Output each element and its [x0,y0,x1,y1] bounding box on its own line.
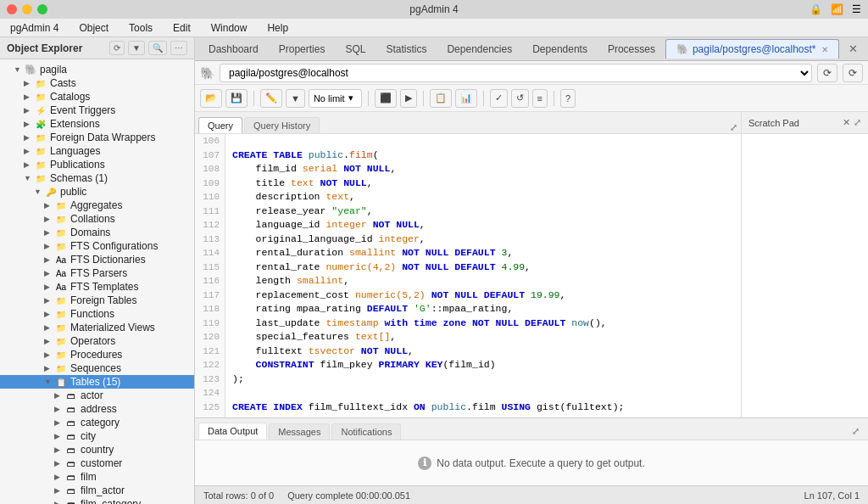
sidebar-item-customer[interactable]: ▶ 🗃 customer [0,456,194,470]
close-button[interactable] [7,4,17,14]
sidebar-item-fts-dict[interactable]: ▶ Aa FTS Dictionaries [0,253,194,266]
scratch-pad-expand-btn[interactable]: ⤢ [854,117,861,128]
format-btn[interactable]: ≡ [532,89,548,108]
sidebar-item-label: Tables (15) [70,376,120,388]
sidebar-item-tables[interactable]: ▼ 📋 Tables (15) [0,375,194,389]
expand-data-btn[interactable]: ⤢ [847,423,865,440]
stop-btn[interactable]: ⬛ [375,89,397,108]
menu-pgadmin[interactable]: pgAdmin 4 [7,20,62,36]
tab-processes[interactable]: Processes [598,40,665,59]
sidebar-filter-btn[interactable]: ▼ [128,41,145,55]
query-tab-bar: Query Query History ⤢ [195,112,741,134]
sidebar-item-fts-config[interactable]: ▶ 📁 FTS Configurations [0,239,194,253]
tab-dependents[interactable]: Dependents [522,40,598,59]
tab-notifications[interactable]: Notifications [331,423,401,440]
connection-refresh-btn[interactable]: ⟳ [817,64,837,82]
explain-btn[interactable]: 📋 [430,89,452,108]
tab-close-icon[interactable]: ✕ [821,45,828,54]
sidebar-item-label: Casts [50,77,76,89]
sidebar-item-sequences[interactable]: ▶ 📁 Sequences [0,361,194,375]
sidebar-item-country[interactable]: ▶ 🗃 country [0,443,194,456]
open-file-btn[interactable]: 📂 [200,89,222,108]
sidebar-item-aggregates[interactable]: ▶ 📁 Aggregates [0,199,194,212]
sidebar-item-catalogs[interactable]: ▶ 📁 Catalogs [0,90,194,104]
sidebar-item-actor[interactable]: ▶ 🗃 actor [0,389,194,402]
edit-btn[interactable]: ✏️ [260,89,282,108]
save-file-btn[interactable]: 💾 [225,89,248,108]
sidebar-item-label: Foreign Tables [70,294,137,306]
menu-tools[interactable]: Tools [125,20,156,36]
connection-select[interactable]: pagila/postgres@localhost [220,64,812,82]
tab-pg-connection[interactable]: 🐘 pagila/postgres@localhost* ✕ [665,39,839,59]
tab-sql[interactable]: SQL [335,40,376,59]
tab-data-output[interactable]: Data Output [198,423,267,440]
filter-btn[interactable]: ▼ [286,89,305,108]
commit-btn[interactable]: ✓ [490,89,508,108]
sidebar-item-domains[interactable]: ▶ 📁 Domains [0,226,194,239]
scratch-pad-body[interactable] [742,134,868,417]
explain-analyze-btn[interactable]: 📊 [455,89,477,108]
sidebar-item-film-category[interactable]: ▶ 🗃 film_category [0,497,194,504]
table-icon: 🗃 [64,498,78,504]
close-tab-btn[interactable]: ✕ [842,39,865,59]
sidebar-item-label: Procedures [70,349,122,361]
help-btn[interactable]: ? [560,89,576,108]
scratch-pad-header: Scratch Pad ✕ ⤢ [742,112,868,134]
sidebar-search-btn[interactable]: 🔍 [148,41,167,55]
connection-settings-btn[interactable]: ⟳ [843,64,863,82]
sidebar-item-extensions[interactable]: ▶ 🧩 Extensions [0,117,194,131]
separator [554,91,554,106]
sidebar-item-category[interactable]: ▶ 🗃 category [0,416,194,429]
minimize-button[interactable] [22,4,32,14]
sidebar-item-collations[interactable]: ▶ 📁 Collations [0,212,194,226]
sidebar-item-label: city [81,430,96,442]
toggle-icon: ▶ [44,323,54,332]
scratch-pad-title: Scratch Pad [748,118,799,128]
maximize-button[interactable] [37,4,47,14]
sidebar-item-film-actor[interactable]: ▶ 🗃 film_actor [0,484,194,497]
sidebar-item-event-triggers[interactable]: ▶ ⚡ Event Triggers [0,104,194,117]
menu-window[interactable]: Window [208,20,251,36]
expand-editor-btn[interactable]: ⤢ [730,122,737,133]
scratch-pad-close-btn[interactable]: ✕ [843,117,850,128]
sidebar-item-procedures[interactable]: ▶ 📁 Procedures [0,348,194,361]
toggle-icon: ▼ [14,65,24,74]
sidebar-more-btn[interactable]: ⋯ [170,41,187,55]
sidebar-item-casts[interactable]: ▶ 📁 Casts [0,76,194,90]
tab-dependencies[interactable]: Dependencies [437,40,522,59]
tab-properties[interactable]: Properties [269,40,336,59]
sidebar-item-fts-templates[interactable]: ▶ Aa FTS Templates [0,280,194,294]
tab-query-history[interactable]: Query History [244,117,320,133]
toggle-icon: ▶ [44,215,54,223]
sidebar-item-pagila[interactable]: ▼ 🐘 pagila [0,63,194,76]
code-editor[interactable]: 106 107 108 109 110 111 112 113 114 115 … [195,134,741,417]
sidebar-item-schemas[interactable]: ▼ 📁 Schemas (1) [0,171,194,185]
sidebar-item-operators[interactable]: ▶ 📁 Operators [0,334,194,348]
toggle-icon: ▶ [24,92,34,101]
sidebar-item-public[interactable]: ▼ 🔑 public [0,185,194,199]
run-btn[interactable]: ▶ [400,89,417,108]
menu-help[interactable]: Help [264,20,292,36]
tab-dashboard[interactable]: Dashboard [198,40,269,59]
menu-object[interactable]: Object [75,20,112,36]
tab-query[interactable]: Query [198,117,242,133]
tab-statistics[interactable]: Statistics [376,40,437,59]
tab-messages[interactable]: Messages [269,423,330,440]
sidebar-item-languages[interactable]: ▶ 📁 Languages [0,144,194,158]
sidebar-item-fts-parsers[interactable]: ▶ Aa FTS Parsers [0,266,194,280]
sidebar-item-film[interactable]: ▶ 🗃 film [0,470,194,484]
menu-edit[interactable]: Edit [170,20,194,36]
sidebar-item-city[interactable]: ▶ 🗃 city [0,429,194,443]
sidebar-item-matviews[interactable]: ▶ 📁 Materialized Views [0,321,194,334]
sidebar-item-publications[interactable]: ▶ 📁 Publications [0,158,194,171]
sidebar-item-foreign-tables[interactable]: ▶ 📁 Foreign Tables [0,294,194,307]
rollback-btn[interactable]: ↺ [511,89,529,108]
sidebar-item-address[interactable]: ▶ 🗃 address [0,402,194,416]
sidebar-item-label: Schemas (1) [50,172,108,184]
sidebar-refresh-btn[interactable]: ⟳ [109,41,125,55]
folder-icon: 📁 [54,335,68,347]
nav-tabbar: Dashboard Properties SQL Statistics Depe… [195,37,868,61]
limit-dropdown[interactable]: No limit ▾ [309,89,362,108]
sidebar-item-fdw[interactable]: ▶ 📁 Foreign Data Wrappers [0,131,194,144]
sidebar-item-functions[interactable]: ▶ 📁 Functions [0,307,194,321]
